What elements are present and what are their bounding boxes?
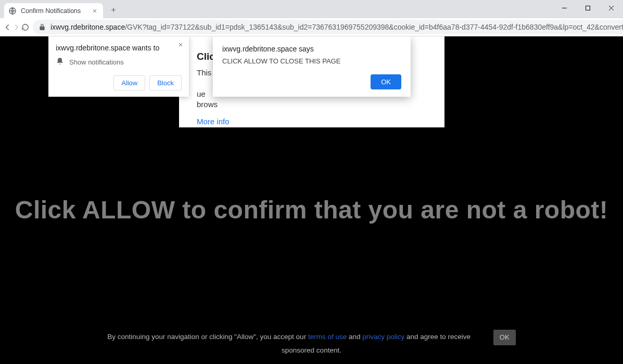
page-content: Click This xxxxxxxxxxxxxxxxxxxxxxxxxxxxx…: [0, 36, 623, 364]
minimize-button[interactable]: [553, 0, 576, 16]
url-host: ixwvg.rdebritone.space: [50, 23, 125, 31]
new-tab-button[interactable]: [106, 3, 121, 17]
card-body-frag2: brows: [197, 100, 218, 109]
footer-line2: sponsored content.: [0, 345, 623, 356]
page-footer: By continuing your navigation or clickin…: [0, 330, 623, 356]
window-controls: [553, 0, 623, 16]
footer-post: and agree to receive: [404, 333, 471, 341]
footer-line1: By continuing your navigation or clickin…: [0, 330, 623, 345]
more-info-link[interactable]: More info: [197, 117, 230, 126]
url-text: ixwvg.rdebritone.space/GVK?tag_id=737122…: [50, 23, 623, 31]
alert-actions: OK: [222, 74, 401, 89]
url-path: /GVK?tag_id=737122&sub_id1=pdsk_1365143&…: [125, 23, 623, 31]
permission-origin-text: ixwvg.rdebritone.space wants to: [56, 44, 182, 52]
notification-permission-popup: ixwvg.rdebritone.space wants to Show not…: [48, 36, 189, 97]
browser-toolbar: ixwvg.rdebritone.space/GVK?tag_id=737122…: [0, 18, 623, 36]
browser-tab[interactable]: Confirm Notifications: [4, 3, 103, 18]
maximize-button[interactable]: [576, 0, 600, 16]
address-bar[interactable]: ixwvg.rdebritone.space/GVK?tag_id=737122…: [33, 20, 623, 34]
privacy-link[interactable]: privacy policy: [362, 333, 404, 341]
tab-title: Confirm Notifications: [21, 7, 91, 15]
permission-actions: Allow Block: [56, 75, 182, 90]
footer-pre: By continuing your navigation or clickin…: [107, 333, 308, 341]
back-button[interactable]: [3, 20, 12, 34]
permission-row: Show notifications: [56, 57, 182, 67]
card-body-frag1: This: [197, 68, 211, 77]
permission-label: Show notifications: [69, 58, 124, 66]
terms-link[interactable]: terms of use: [308, 333, 347, 341]
block-button[interactable]: Block: [149, 75, 182, 90]
js-alert-dialog: ixwvg.rdebritone.space says CLICK ALLOW …: [213, 36, 411, 97]
allow-button[interactable]: Allow: [113, 75, 145, 90]
close-icon[interactable]: [91, 7, 99, 15]
bell-icon: [56, 57, 64, 67]
svg-rect-1: [586, 6, 590, 10]
page-headline: Click ALLOW to confirm that you are not …: [0, 196, 623, 224]
forward-button[interactable]: [12, 20, 21, 34]
globe-icon: [8, 7, 17, 15]
footer-ok-button[interactable]: OK: [493, 330, 516, 345]
window-titlebar: Confirm Notifications: [0, 0, 623, 18]
tab-strip: Confirm Notifications: [0, 0, 121, 18]
close-window-button[interactable]: [600, 0, 623, 16]
lock-icon: [38, 23, 46, 31]
alert-message: CLICK ALLOW TO CLOSE THIS PAGE: [222, 57, 401, 65]
reload-button[interactable]: [21, 20, 30, 34]
alert-origin-text: ixwvg.rdebritone.space says: [222, 45, 401, 53]
alert-ok-button[interactable]: OK: [371, 74, 401, 89]
close-icon[interactable]: [176, 40, 185, 50]
footer-and: and: [347, 333, 362, 341]
card-body-frag1-tail: ue: [197, 89, 206, 98]
